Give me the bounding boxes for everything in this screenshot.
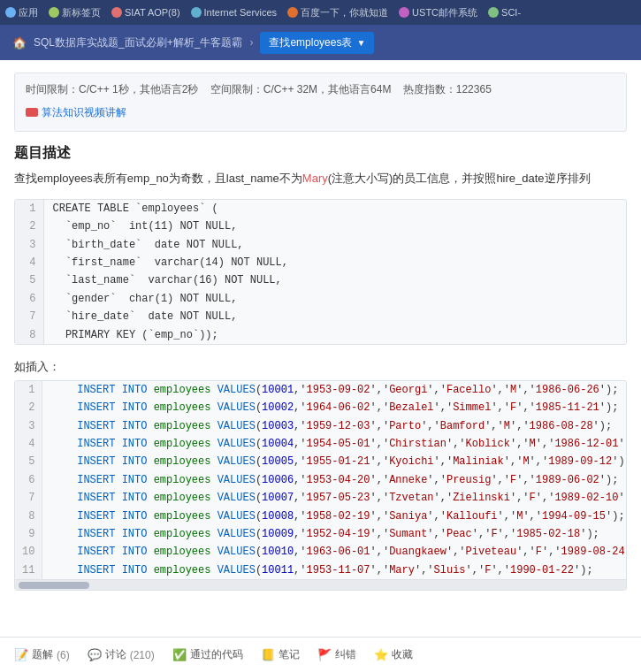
query-employees-button[interactable]: 查找employees表 ▼: [260, 32, 374, 54]
line-number: 8: [15, 326, 43, 344]
video-link[interactable]: 算法知识视频讲解: [26, 103, 126, 123]
nav-internet[interactable]: Internet Services: [191, 7, 278, 18]
insert-code-block: 1 INSERT INTO employees VALUES(10001,'19…: [14, 380, 627, 591]
notes-button[interactable]: 📒 笔记: [261, 647, 300, 660]
line-code: `last_name` varchar(16) NOT NULL,: [43, 271, 626, 289]
nav-internet-label: Internet Services: [204, 7, 278, 18]
accepted-icon: ✅: [172, 648, 187, 660]
breadcrumb-bar: 🏠 SQL数据库实战题_面试必刷+解析_牛客题霸 › 查找employees表 …: [0, 25, 641, 60]
main-content: 时间限制：C/C++ 1秒，其他语言2秒 空间限制：C/C++ 32M，其他语言…: [0, 60, 641, 617]
line-code: INSERT INTO employees VALUES(10005,'1955…: [42, 453, 626, 470]
query-button-label: 查找employees表: [269, 35, 352, 50]
line-number: 2: [15, 399, 42, 416]
home-icon[interactable]: 🏠: [12, 36, 27, 50]
horizontal-scrollbar[interactable]: [15, 579, 626, 590]
breadcrumb-arrow: ›: [249, 36, 253, 49]
table-row: 11 INSERT INTO employees VALUES(10011,'1…: [15, 561, 626, 579]
line-code: INSERT INTO employees VALUES(10006,'1953…: [42, 471, 626, 489]
nav-siat-label: SIAT AOP(8): [125, 7, 180, 18]
internet-icon: [191, 7, 202, 18]
report-icon: 🚩: [317, 648, 332, 660]
table-row: 6 INSERT INTO employees VALUES(10006,'19…: [15, 471, 626, 489]
nav-sci[interactable]: SCI-: [488, 7, 521, 18]
report-error-button[interactable]: 🚩 纠错: [317, 647, 356, 660]
line-code: INSERT INTO employees VALUES(10004,'1954…: [42, 435, 626, 453]
notes-label: 笔记: [279, 647, 300, 660]
table-row: 4 `first_name` varchar(14) NOT NULL,: [15, 254, 626, 271]
line-code: INSERT INTO employees VALUES(10007,'1957…: [42, 489, 626, 507]
line-number: 1: [15, 200, 43, 218]
table-row: 6 `gender` char(1) NOT NULL,: [15, 290, 626, 308]
table-row: 4 INSERT INTO employees VALUES(10004,'19…: [15, 435, 626, 453]
line-number: 8: [15, 508, 42, 525]
newtab-icon: [49, 7, 59, 18]
apps-icon: [5, 7, 16, 18]
accepted-label: 通过的代码: [190, 647, 243, 660]
table-row: 7 INSERT INTO employees VALUES(10007,'19…: [15, 489, 626, 507]
line-code: `birth_date` date NOT NULL,: [43, 236, 626, 254]
desc-post: (注意大小写)的员工信息，并按照hire_date逆序排列: [328, 172, 591, 185]
time-limit-label: 时间限制：C/C++ 1秒，其他语言2秒: [26, 83, 198, 95]
collect-icon: ⭐: [374, 648, 388, 660]
line-code: INSERT INTO employees VALUES(10009,'1952…: [42, 525, 626, 543]
bottom-toolbar: 📝 题解 (6) 💬 讨论 (210) ✅ 通过的代码 📒 笔记 🚩 纠错 ⭐ …: [0, 637, 641, 660]
table-row: 1 INSERT INTO employees VALUES(10001,'19…: [15, 381, 626, 399]
line-code: INSERT INTO employees VALUES(10002,'1964…: [42, 399, 626, 416]
accepted-code-button[interactable]: ✅ 通过的代码: [172, 647, 243, 660]
line-code: INSERT INTO employees VALUES(10008,'1958…: [42, 508, 626, 525]
line-code: INSERT INTO employees VALUES(10003,'1959…: [42, 417, 626, 435]
baidu-icon: [287, 7, 298, 18]
nav-baidu[interactable]: 百度一下，你就知道: [287, 6, 388, 19]
line-number: 4: [15, 254, 43, 271]
meta-info-box: 时间限制：C/C++ 1秒，其他语言2秒 空间限制：C/C++ 32M，其他语言…: [14, 73, 627, 132]
space-limit-label: 空间限制：C/C++ 32M，其他语言64M: [210, 83, 392, 95]
line-number: 3: [15, 236, 43, 254]
line-number: 1: [15, 381, 42, 399]
problem-description: 查找employees表所有emp_no为奇数，且last_name不为Mary…: [14, 170, 627, 188]
solutions-count: (6): [57, 649, 70, 661]
create-table-scroll[interactable]: 1CREATE TABLE `employees` (2 `emp_no` in…: [15, 200, 626, 344]
line-number: 11: [15, 561, 42, 579]
table-row: 2 `emp_no` int(11) NOT NULL,: [15, 218, 626, 235]
line-code: INSERT INTO employees VALUES(10010,'1963…: [42, 543, 626, 561]
line-number: 5: [15, 271, 43, 289]
table-row: 5 `last_name` varchar(16) NOT NULL,: [15, 271, 626, 289]
line-number: 7: [15, 308, 43, 325]
solutions-button[interactable]: 📝 题解 (6): [14, 647, 70, 660]
nav-siat[interactable]: SIAT AOP(8): [111, 7, 180, 18]
line-code: CREATE TABLE `employees` (: [43, 200, 626, 218]
video-play-icon: [26, 108, 38, 117]
line-code: `first_name` varchar(14) NOT NULL,: [43, 254, 626, 271]
notes-icon: 📒: [261, 648, 275, 660]
table-row: 9 INSERT INTO employees VALUES(10009,'19…: [15, 525, 626, 543]
table-row: 2 INSERT INTO employees VALUES(10002,'19…: [15, 399, 626, 416]
insert-code-table: 1 INSERT INTO employees VALUES(10001,'19…: [15, 381, 626, 579]
line-number: 5: [15, 453, 42, 470]
discussion-label: 讨论: [105, 647, 126, 660]
table-row: 8 INSERT INTO employees VALUES(10008,'19…: [15, 508, 626, 525]
line-number: 3: [15, 417, 42, 435]
siat-icon: [111, 7, 122, 18]
create-table-code: 1CREATE TABLE `employees` (2 `emp_no` in…: [15, 200, 626, 344]
collect-button[interactable]: ⭐ 收藏: [374, 647, 413, 660]
nav-apps[interactable]: 应用: [5, 6, 38, 19]
ustc-icon: [399, 7, 409, 18]
line-code: `emp_no` int(11) NOT NULL,: [43, 218, 626, 235]
section-title: 题目描述: [14, 144, 627, 163]
nav-newtab[interactable]: 新标签页: [49, 6, 101, 19]
nav-ustc[interactable]: USTC邮件系统: [399, 6, 477, 19]
table-row: 3 INSERT INTO employees VALUES(10003,'19…: [15, 417, 626, 435]
nav-ustc-label: USTC邮件系统: [412, 6, 477, 19]
video-link-label: 算法知识视频讲解: [42, 103, 126, 123]
discussion-button[interactable]: 💬 讨论 (210): [88, 647, 155, 660]
table-row: 8 PRIMARY KEY (`emp_no`));: [15, 326, 626, 344]
table-row: 7 `hire_date` date NOT NULL,: [15, 308, 626, 325]
nav-newtab-label: 新标签页: [62, 6, 101, 19]
heat-index-label: 热度指数：122365: [403, 83, 492, 95]
table-row: 5 INSERT INTO employees VALUES(10005,'19…: [15, 453, 626, 470]
scroll-thumb: [19, 582, 89, 589]
nav-sci-label: SCI-: [501, 7, 521, 18]
insert-scroll[interactable]: 1 INSERT INTO employees VALUES(10001,'19…: [15, 381, 626, 579]
dropdown-arrow-icon: ▼: [356, 38, 365, 48]
line-number: 6: [15, 290, 43, 308]
